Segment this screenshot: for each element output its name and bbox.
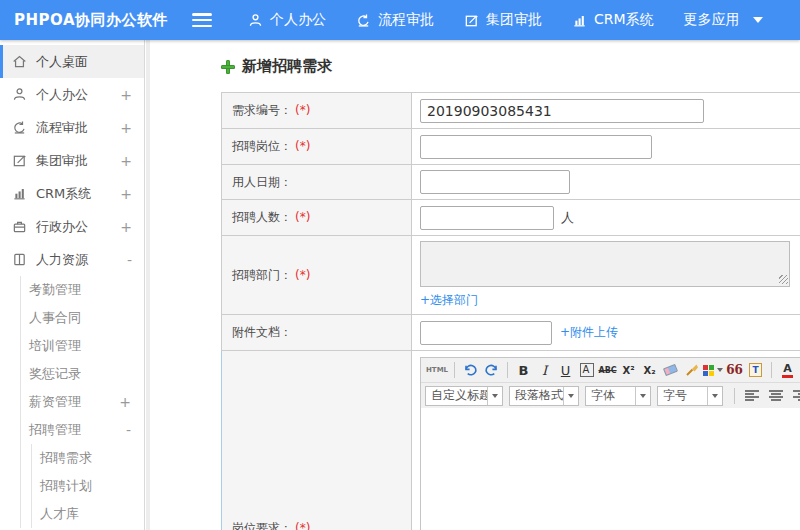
required-mark: (*) xyxy=(295,103,310,117)
expand-icon[interactable]: + xyxy=(120,186,132,202)
sidebar: 个人桌面 个人办公 + 流程审批 + 集团审批 + CRM系统 + 行政办公 +… xyxy=(0,40,145,530)
sidebar-item-label: 行政办公 xyxy=(36,218,88,236)
hire-date-input[interactable] xyxy=(420,170,570,194)
sidebar-item-training-mgmt[interactable]: 培训管理 xyxy=(21,332,144,360)
field-label: 需求编号： xyxy=(232,103,292,117)
sidebar-item-label: 招聘管理 xyxy=(29,421,81,439)
html-source-button[interactable]: HTML xyxy=(426,360,448,380)
sidebar-item-crm-system[interactable]: CRM系统 + xyxy=(0,177,144,210)
field-label: 招聘部门： xyxy=(232,268,292,282)
redo-button[interactable] xyxy=(482,360,501,380)
toolbar-separator xyxy=(454,362,455,378)
sidebar-item-workflow-approval[interactable]: 流程审批 + xyxy=(0,111,144,144)
nav-personal-office[interactable]: 个人办公 xyxy=(248,11,326,29)
undo-button[interactable] xyxy=(461,360,480,380)
expand-icon[interactable]: + xyxy=(119,394,131,410)
blockquote-button[interactable]: 66 xyxy=(725,360,744,380)
nav-label: 更多应用 xyxy=(684,11,740,29)
form-row-hire-date: 用人日期： xyxy=(222,165,800,200)
form-row-requirements: 岗位要求：(*) HTML B I U A xyxy=(222,351,800,530)
demand-no-input[interactable] xyxy=(420,99,704,123)
sidebar-item-recruit-mgmt[interactable]: 招聘管理 - xyxy=(21,416,144,444)
nav-group-approval[interactable]: 集团审批 xyxy=(464,11,542,29)
align-right-icon[interactable] xyxy=(792,389,800,402)
bar-chart-icon xyxy=(572,13,587,28)
headcount-unit: 人 xyxy=(561,210,574,225)
form-row-position: 招聘岗位：(*) xyxy=(222,129,800,165)
headcount-input[interactable] xyxy=(420,206,554,230)
font-name-button[interactable]: A xyxy=(577,360,596,380)
editor-content-area[interactable] xyxy=(421,408,800,530)
field-label: 岗位要求： xyxy=(232,521,292,530)
sidebar-item-admin-office[interactable]: 行政办公 + xyxy=(0,210,144,243)
sidebar-item-group-approval[interactable]: 集团审批 + xyxy=(0,144,144,177)
paste-text-button[interactable]: T xyxy=(746,360,765,380)
position-input[interactable] xyxy=(420,135,652,159)
sidebar-item-label: 薪资管理 xyxy=(29,393,81,411)
sidebar-item-personal-desktop[interactable]: 个人桌面 xyxy=(0,45,144,78)
custom-heading-select[interactable]: 自定义标题 xyxy=(425,386,503,406)
underline-button[interactable]: U xyxy=(556,360,575,380)
nav-workflow-approval[interactable]: 流程审批 xyxy=(356,11,434,29)
collapse-icon[interactable]: - xyxy=(127,252,132,268)
recruit-demand-form: 需求编号：(*) 招聘岗位：(*) 用人日期： 招聘人数：(*) 人 招聘部门：… xyxy=(221,92,800,530)
field-label: 用人日期： xyxy=(232,175,292,189)
format-brush-icon[interactable] xyxy=(682,360,701,380)
collapse-icon[interactable]: - xyxy=(126,422,131,438)
subscript-button[interactable]: X₂ xyxy=(640,360,659,380)
sidebar-item-attendance-mgmt[interactable]: 考勤管理 xyxy=(21,276,144,304)
sidebar-item-label: 招聘计划 xyxy=(40,477,92,495)
emoticon-palette-icon[interactable] xyxy=(703,360,723,380)
sidebar-item-human-resources[interactable]: 人力资源 - xyxy=(0,243,144,276)
sidebar-item-recruit-plan[interactable]: 招聘计划 xyxy=(32,472,144,500)
person-icon xyxy=(12,87,27,102)
sidebar-item-label: 个人办公 xyxy=(36,86,88,104)
workflow-icon xyxy=(12,120,27,135)
department-textarea[interactable] xyxy=(420,241,790,287)
edit-icon xyxy=(464,13,479,28)
expand-icon[interactable]: + xyxy=(120,87,132,103)
sidebar-item-reward-punishment[interactable]: 奖惩记录 xyxy=(21,360,144,388)
nav-crm-system[interactable]: CRM系统 xyxy=(572,11,654,29)
form-row-department: 招聘部门：(*) +选择部门 xyxy=(222,236,800,315)
briefcase-icon xyxy=(12,219,27,234)
sidebar-item-salary-mgmt[interactable]: 薪资管理 + xyxy=(21,388,144,416)
topbar-nav: 个人办公 流程审批 集团审批 CRM系统 更多应用 xyxy=(248,11,793,29)
expand-icon[interactable]: + xyxy=(120,219,132,235)
upload-attachment-link[interactable]: +附件上传 xyxy=(560,324,618,341)
expand-icon[interactable]: + xyxy=(120,120,132,136)
align-left-icon[interactable] xyxy=(744,389,760,402)
font-size-select[interactable]: 字号 xyxy=(657,386,723,406)
bold-button[interactable]: B xyxy=(514,360,533,380)
expand-icon[interactable]: + xyxy=(120,153,132,169)
required-mark: (*) xyxy=(295,139,310,153)
topbar: PHPOA协同办公软件 个人办公 流程审批 集团审批 CRM系统 更多应用 xyxy=(0,0,800,40)
sidebar-item-personal-office[interactable]: 个人办公 + xyxy=(0,78,144,111)
superscript-button[interactable]: X² xyxy=(619,360,638,380)
resize-grip-icon[interactable] xyxy=(779,275,788,284)
hamburger-menu-icon[interactable] xyxy=(192,13,212,27)
paragraph-format-select[interactable]: 段落格式 xyxy=(509,386,579,406)
attachment-input[interactable] xyxy=(420,321,552,345)
sidebar-item-personnel-contract[interactable]: 人事合同 xyxy=(21,304,144,332)
editor-toolbar: HTML B I U A ABC X² X₂ xyxy=(421,358,800,408)
font-color-button[interactable]: A xyxy=(778,360,797,380)
nav-more-apps[interactable]: 更多应用 xyxy=(684,11,763,29)
sidebar-item-label: 人事合同 xyxy=(29,309,81,327)
italic-button[interactable]: I xyxy=(535,360,554,380)
page-head: 新增招聘需求 xyxy=(221,57,800,76)
align-center-icon[interactable] xyxy=(768,389,784,402)
workflow-icon xyxy=(356,13,371,28)
sidebar-item-talent-pool[interactable]: 人才库 xyxy=(32,500,144,528)
strikethrough-button[interactable]: ABC xyxy=(598,360,617,380)
sidebar-item-recruit-demand[interactable]: 招聘需求 xyxy=(32,444,144,472)
font-family-select[interactable]: 字体 xyxy=(585,386,651,406)
nav-label: 个人办公 xyxy=(270,11,326,29)
sidebar-item-label: 培训管理 xyxy=(29,337,81,355)
page-title: 新增招聘需求 xyxy=(242,57,332,76)
chevron-down-icon xyxy=(753,17,763,23)
sidebar-item-label: 流程审批 xyxy=(36,119,88,137)
remove-format-eraser-icon[interactable] xyxy=(661,360,680,380)
select-department-link[interactable]: +选择部门 xyxy=(420,293,478,307)
sidebar-item-label: 人力资源 xyxy=(36,251,88,269)
